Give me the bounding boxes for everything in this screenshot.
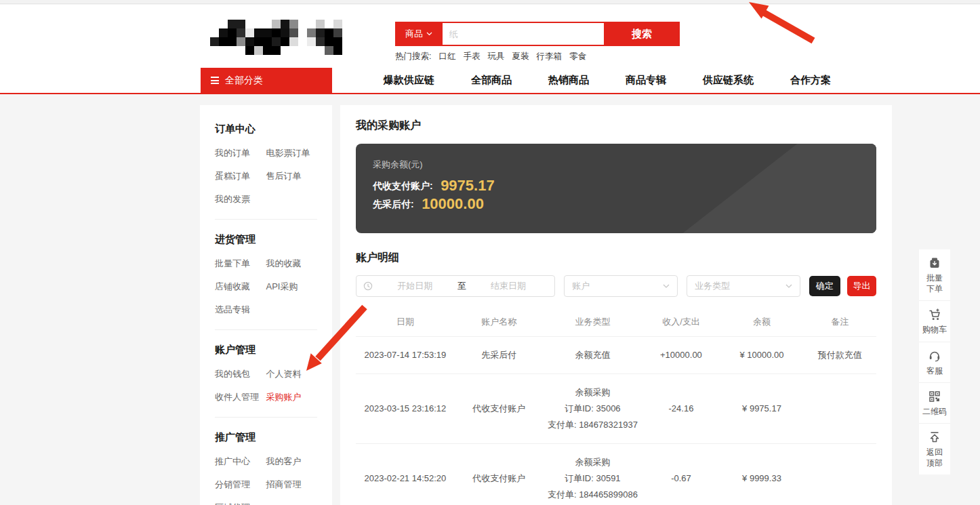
business-type-select[interactable]: 业务类型 — [687, 275, 800, 297]
qr-code-icon — [928, 390, 941, 403]
batch-order-icon — [928, 256, 941, 270]
balance-row: 代收支付账户: 9975.17 — [373, 177, 876, 195]
sidebar-item[interactable]: 收件人管理 — [215, 391, 266, 403]
site-header: 商品 搜索 热门搜索:口红手表玩具夏装行李箱零食 — [0, 5, 980, 68]
hot-search-item[interactable]: 口红 — [438, 52, 455, 61]
nav-item[interactable]: 商品专辑 — [626, 74, 666, 87]
divider — [215, 329, 317, 330]
cart-label: 购物车 — [922, 324, 947, 335]
hot-search-item[interactable]: 夏装 — [512, 52, 529, 61]
sidebar-item[interactable]: 电影票订单 — [266, 147, 318, 159]
customer-service-label: 客服 — [926, 365, 943, 376]
cell-note: 预付款充值 — [803, 336, 876, 373]
cell-business-type: 余额采购 订单ID: 30591 支付单: 184465899086 — [543, 443, 642, 505]
search-button[interactable]: 搜索 — [604, 22, 680, 46]
sidebar-section-title: 账户管理 — [215, 344, 317, 357]
column-header: 账户名称 — [455, 308, 544, 336]
chevron-down-icon — [663, 284, 670, 288]
cell-account-name: 代收支付账户 — [455, 373, 544, 443]
customer-service-shortcut[interactable]: 客服 — [919, 342, 950, 383]
clock-icon — [363, 281, 373, 291]
nav-item[interactable]: 热销商品 — [548, 74, 589, 87]
sidebar-item[interactable]: 我的收藏 — [266, 258, 318, 270]
search-input[interactable] — [443, 23, 604, 45]
sidebar-item[interactable]: 招商管理 — [266, 479, 318, 491]
nav-item[interactable]: 爆款供应链 — [384, 74, 434, 87]
sidebar-item[interactable]: 我的发票 — [215, 193, 266, 205]
hot-search-item[interactable]: 玩具 — [487, 52, 504, 61]
cell-note — [803, 373, 876, 443]
sidebar-item[interactable]: 售后订单 — [266, 170, 318, 182]
balance-card: 采购余额(元) 代收支付账户: 9975.17 先采后付: 10000.00 — [356, 144, 876, 233]
balance-account-value: 10000.00 — [422, 195, 484, 212]
confirm-button[interactable]: 确定 — [809, 276, 840, 296]
page: 商品 搜索 热门搜索:口红手表玩具夏装行李箱零食 全部分类 爆款供应链全部商品热… — [0, 0, 980, 505]
export-button[interactable]: 导出 — [847, 276, 876, 296]
cart-icon — [928, 308, 941, 321]
cell-note — [803, 443, 876, 505]
cart-shortcut[interactable]: 购物车 — [919, 301, 950, 342]
sidebar-item[interactable]: 个人资料 — [266, 368, 318, 380]
account-detail-table: 日期账户名称业务类型收入/支出余额备注 2023-07-14 17:53:19先… — [356, 308, 876, 505]
sidebar-item[interactable]: 批量下单 — [215, 258, 266, 270]
sidebar-item[interactable]: 店铺收藏 — [215, 281, 266, 293]
hot-search-label: 热门搜索: — [395, 52, 431, 61]
date-range-input[interactable]: 开始日期 至 结束日期 — [356, 275, 555, 297]
sidebar-item[interactable]: 分销管理 — [215, 479, 266, 491]
hot-search: 热门搜索:口红手表玩具夏装行李箱零食 — [395, 51, 586, 62]
cell-date: 2023-02-21 14:52:20 — [356, 443, 455, 505]
sidebar-section: 进货管理批量下单我的收藏店铺收藏API采购选品专辑 — [215, 233, 317, 316]
column-header: 余额 — [720, 308, 804, 336]
sidebar-links: 我的订单电影票订单蛋糕订单售后订单我的发票 — [215, 147, 317, 205]
hot-search-item[interactable]: 零食 — [569, 52, 586, 61]
all-categories-button[interactable]: 全部分类 — [201, 68, 332, 93]
sidebar-links: 推广中心我的客户分销管理招商管理区域代理 — [215, 456, 317, 505]
nav-item[interactable]: 合作方案 — [790, 74, 831, 87]
sidebar-section: 订单中心我的订单电影票订单蛋糕订单售后订单我的发票 — [215, 123, 317, 205]
sidebar-item[interactable]: 我的客户 — [266, 456, 318, 468]
sidebar-links: 我的钱包个人资料收件人管理采购账户 — [215, 368, 317, 403]
nav-item[interactable]: 供应链系统 — [703, 74, 754, 87]
hot-search-item[interactable]: 行李箱 — [536, 52, 562, 61]
sidebar-item[interactable]: 我的钱包 — [215, 368, 266, 380]
batch-order-shortcut[interactable]: 批量 下单 — [919, 249, 950, 301]
hot-search-item[interactable]: 手表 — [463, 52, 480, 61]
logo-pixelated[interactable] — [210, 20, 352, 55]
table-row: 2023-02-21 14:52:20代收支付账户余额采购 订单ID: 3059… — [356, 443, 876, 505]
cell-date: 2023-03-15 23:16:12 — [356, 373, 455, 443]
filter-bar: 开始日期 至 结束日期 账户 业务类型 确定 导出 — [356, 275, 876, 297]
business-type-placeholder: 业务类型 — [695, 280, 730, 292]
qr-code-shortcut[interactable]: 二维码 — [919, 383, 950, 424]
quick-action-bar: 批量 下单 购物车 客服 — [919, 249, 950, 474]
main-panel: 我的采购账户 采购余额(元) 代收支付账户: 9975.17 先采后付: 100… — [340, 105, 892, 505]
cell-amount: -0.67 — [642, 443, 720, 505]
all-categories-label: 全部分类 — [225, 75, 263, 87]
account-select[interactable]: 账户 — [564, 275, 678, 297]
search-category-dropdown[interactable]: 商品 — [395, 22, 443, 46]
sidebar-item[interactable]: API采购 — [266, 281, 318, 293]
sidebar-item[interactable]: 区域代理 — [215, 502, 266, 505]
back-to-top-icon — [928, 430, 941, 444]
back-to-top-shortcut[interactable]: 返回 顶部 — [919, 424, 950, 474]
divider — [215, 417, 317, 418]
sidebar-item[interactable]: 蛋糕订单 — [215, 170, 266, 182]
main-nav: 全部分类 爆款供应链全部商品热销商品商品专辑供应链系统合作方案 — [0, 68, 980, 94]
column-header: 业务类型 — [543, 308, 642, 336]
batch-order-label: 批量 下单 — [926, 272, 943, 294]
sidebar-item[interactable]: 推广中心 — [215, 456, 266, 468]
table-row: 2023-07-14 17:53:19先采后付余额充值+10000.00¥ 10… — [356, 336, 876, 373]
sidebar-item[interactable]: 选品专辑 — [215, 304, 266, 316]
sidebar-item[interactable]: 我的订单 — [215, 147, 266, 159]
cell-date: 2023-07-14 17:53:19 — [356, 336, 455, 373]
cell-account-name: 先采后付 — [455, 336, 544, 373]
balance-account-name: 先采后付: — [373, 199, 414, 209]
sidebar-links: 批量下单我的收藏店铺收藏API采购选品专辑 — [215, 258, 317, 316]
nav-item[interactable]: 全部商品 — [471, 74, 512, 87]
balance-account-name: 代收支付账户: — [373, 180, 433, 191]
sidebar-item-procurement-account-active[interactable]: 采购账户 — [266, 391, 318, 403]
sidebar-section-title: 推广管理 — [215, 431, 317, 444]
column-header: 备注 — [803, 308, 876, 336]
qr-code-label: 二维码 — [922, 406, 947, 417]
top-strip — [0, 0, 980, 4]
table-header: 日期账户名称业务类型收入/支出余额备注 — [356, 308, 876, 336]
